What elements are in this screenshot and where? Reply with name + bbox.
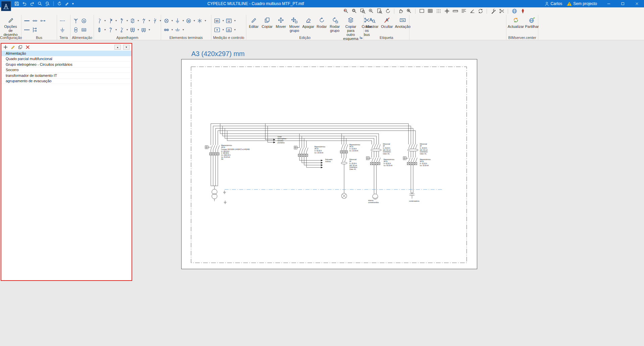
schematic-drawing[interactable]: [182, 59, 477, 269]
mover-button[interactable]: Mover: [275, 16, 287, 29]
bus-arrow-icon[interactable]: [40, 17, 46, 24]
refresh-button[interactable]: [57, 1, 62, 6]
branch-capacitors[interactable]: [403, 144, 418, 198]
save-button[interactable]: [14, 1, 19, 6]
angle-icon[interactable]: [469, 8, 475, 14]
zoom-button[interactable]: [37, 1, 43, 6]
snap-grid-icon[interactable]: [435, 8, 442, 14]
project-status[interactable]: Sem projecto: [567, 1, 597, 6]
panel-icon[interactable]: [129, 27, 136, 33]
ve-meter-icon[interactable]: VE: [225, 17, 233, 24]
zoom-previous-icon[interactable]: [343, 8, 349, 14]
mover-grupo-button[interactable]: Mover grupo: [289, 16, 300, 33]
indicator-icon[interactable]: [213, 27, 221, 33]
redo-button[interactable]: [30, 1, 35, 6]
list-item-socorro[interactable]: Socorro: [1, 67, 132, 73]
bus-lines[interactable]: [211, 123, 415, 145]
maximize-button[interactable]: [616, 0, 630, 7]
duplicate-item-button[interactable]: [17, 44, 23, 50]
zoom-scale-icon[interactable]: [406, 8, 412, 14]
socket-icon[interactable]: [163, 17, 170, 24]
opcoes-desenho-button[interactable]: Opções de desenho: [2, 16, 19, 37]
web-icon[interactable]: [511, 8, 517, 14]
motor-icon[interactable]: M: [185, 17, 192, 24]
list-item-transformador-it[interactable]: transformador de isolamento IT: [1, 73, 132, 79]
edit-item-button[interactable]: [10, 44, 16, 50]
source-box-icon[interactable]: [81, 27, 87, 33]
toolbar-separator: [487, 9, 487, 14]
earth-terminal-icon[interactable]: [174, 17, 181, 24]
genset-feeder[interactable]: [265, 123, 276, 143]
antenna-supply-icon[interactable]: [72, 17, 79, 24]
add-item-button[interactable]: [3, 44, 8, 50]
ocultar-button[interactable]: A Ocultar: [381, 16, 393, 29]
zoom-in-icon[interactable]: [368, 8, 374, 14]
zoom-sheet-button[interactable]: [45, 1, 50, 6]
delete-item-button[interactable]: [25, 44, 31, 50]
bus-line-icon[interactable]: [23, 17, 30, 24]
list-item-grupo-eletrogeneo[interactable]: Grupo eletrogéneo - Circuitos prioritári…: [1, 62, 132, 67]
update-view-icon[interactable]: [477, 8, 484, 14]
zoom-all-icon[interactable]: [359, 8, 366, 14]
minimize-button[interactable]: [602, 0, 616, 7]
generator-icon[interactable]: G: [81, 17, 87, 24]
ve-control-icon[interactable]: VE: [225, 27, 233, 33]
configure-button[interactable]: [64, 1, 70, 6]
fuse-icon[interactable]: [96, 27, 103, 33]
move-up-button[interactable]: ▲: [114, 45, 121, 50]
move-down-button[interactable]: ▼: [123, 45, 130, 50]
contactor-icon[interactable]: [140, 17, 147, 24]
transformer-icon[interactable]: [72, 27, 79, 33]
list-item-quadro-parcial[interactable]: Quado parcial multifuncional: [1, 56, 132, 62]
quickbar-options-caret[interactable]: ▾: [72, 2, 74, 5]
undo-button[interactable]: [22, 1, 27, 6]
drawing-sheet[interactable]: Magnetotérmico 3P+N Compact NSX160N LV43…: [181, 59, 477, 269]
rodar-grupo-button[interactable]: Rodar grupo: [329, 16, 341, 33]
partilhar-button[interactable]: Partilhar: [525, 16, 539, 29]
switch-tick-icon[interactable]: [151, 17, 158, 24]
close-button[interactable]: [630, 0, 644, 7]
wh-meter-icon[interactable]: Wh: [213, 17, 221, 24]
cut-icon[interactable]: [498, 8, 505, 14]
pan-icon[interactable]: [397, 8, 404, 14]
switch-disconnector-icon[interactable]: [118, 17, 125, 24]
breaker-box-icon[interactable]: [129, 17, 136, 24]
terra-line-icon[interactable]: [59, 17, 66, 24]
copiar-button[interactable]: Copiar: [261, 16, 273, 29]
schematic-label-fire-breaker: Magnetotérmico 3P+N In: 63.00 A Icu: 50.…: [384, 159, 394, 166]
app-icon[interactable]: [1, 1, 11, 11]
meter-box-icon[interactable]: [140, 27, 147, 33]
bus-branch-icon[interactable]: [32, 27, 38, 33]
sectionalizer-icon[interactable]: [107, 27, 114, 33]
actualizar-button[interactable]: Actualizar: [508, 16, 523, 29]
bus-dotted-icon[interactable]: [23, 27, 30, 33]
bus-nodes-icon[interactable]: [32, 17, 38, 24]
text-format-icon[interactable]: [460, 8, 467, 14]
ground-icon[interactable]: [59, 27, 66, 33]
mostrar-button[interactable]: A Mostrar: [366, 16, 379, 29]
rodar-button[interactable]: Rodar: [316, 16, 327, 29]
zoom-window-icon[interactable]: [351, 8, 357, 14]
list-item-agrupamento-evacuacao[interactable]: agrupamento de evacuação: [1, 79, 132, 84]
terminal-bar-icon[interactable]: [174, 27, 181, 33]
user-account[interactable]: Carlos: [544, 1, 562, 6]
branch-lighting[interactable]: [340, 134, 348, 198]
opcoes-desenho-label: Opções de desenho: [3, 24, 18, 37]
editar-button[interactable]: Editar: [248, 16, 259, 29]
anotacao-button[interactable]: Txt Anotação: [395, 16, 410, 29]
redraw-icon[interactable]: [385, 8, 391, 14]
double-socket-icon[interactable]: [163, 27, 170, 33]
crosshair-icon[interactable]: [444, 8, 450, 14]
marker-icon[interactable]: [519, 8, 526, 14]
tools-icon[interactable]: [490, 8, 496, 14]
grid-icon[interactable]: [427, 8, 433, 14]
motor-switch-icon[interactable]: [118, 27, 125, 33]
switch-fuse-icon[interactable]: [107, 17, 114, 24]
apagar-button[interactable]: Apagar: [302, 16, 314, 29]
dimension-icon[interactable]: [452, 8, 458, 14]
frame-icon[interactable]: [418, 8, 425, 14]
lamp-icon[interactable]: [196, 17, 203, 24]
print-preview-icon[interactable]: [376, 8, 383, 14]
switch-icon[interactable]: [96, 17, 103, 24]
list-item-alimentacao[interactable]: Alimentação: [1, 51, 132, 56]
